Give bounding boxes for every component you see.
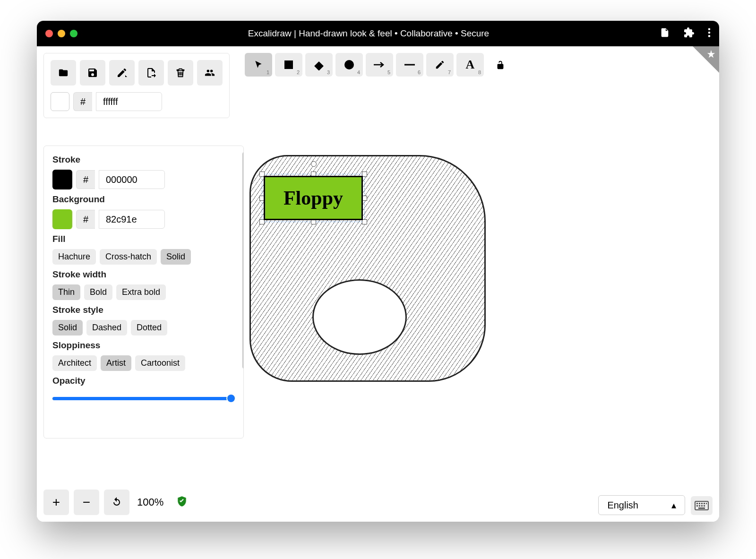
tool-num: 1 [266,69,269,75]
properties-panel: Stroke # Background # Fill Hachure Cross… [43,146,244,439]
stroke-style-options: Solid Dashed Dotted [52,320,235,335]
svg-point-2 [708,35,711,37]
fill-solid[interactable]: Solid [161,249,191,265]
svg-rect-8 [696,503,698,504]
stroke-style-label: Stroke style [52,305,235,315]
sl-artist[interactable]: Artist [101,355,131,371]
svg-rect-17 [698,507,705,509]
selected-rectangle[interactable]: Floppy [264,176,363,220]
minimize-window-button[interactable] [58,30,65,37]
rotate-handle[interactable] [311,161,317,167]
svg-rect-16 [704,505,705,507]
tool-num: 5 [387,69,390,75]
svg-rect-14 [699,505,700,507]
collaborate-button[interactable] [197,60,223,86]
canvas-text[interactable]: Floppy [265,177,361,219]
scrollbar[interactable] [242,152,244,369]
sloppiness-options: Architect Artist Cartoonist [52,355,235,371]
extension-icon[interactable] [683,27,695,40]
fill-label: Fill [52,234,235,244]
keyboard-shortcuts-button[interactable] [691,496,713,515]
canvas-background-row: # [51,92,223,111]
tool-num: 3 [327,69,330,75]
file-panel: # [43,53,230,118]
save-as-button[interactable] [109,60,135,86]
ss-solid[interactable]: Solid [52,320,83,335]
shape-toolbar: 1 2 3 4 5 6 7 [245,53,510,77]
canvas-bg-hex-input[interactable] [96,92,162,111]
canvas-bg-swatch[interactable] [51,92,69,111]
tool-num: 7 [448,69,451,75]
zoom-out-button[interactable]: − [74,490,99,515]
svg-rect-11 [704,503,705,504]
sw-thin[interactable]: Thin [52,284,80,300]
tool-diamond[interactable]: 3 [305,53,333,77]
tool-ellipse[interactable]: 4 [335,53,363,77]
sl-cartoonist[interactable]: Cartoonist [135,355,185,371]
drawn-ellipse-hole[interactable] [312,279,407,355]
close-window-button[interactable] [45,30,53,37]
tool-num: 4 [357,69,360,75]
background-hex-input[interactable] [99,210,165,229]
corner-peel[interactable] [693,46,719,73]
fill-crosshatch[interactable]: Cross-hatch [100,249,157,265]
tool-line[interactable]: 6 [396,53,423,77]
tool-num: 6 [418,69,421,75]
tool-text[interactable]: A 8 [456,53,484,77]
stroke-width-options: Thin Bold Extra bold [52,284,235,300]
sl-architect[interactable]: Architect [52,355,97,371]
stroke-swatch[interactable] [52,170,72,189]
fill-hachure[interactable]: Hachure [52,249,96,265]
opacity-slider[interactable] [52,394,235,403]
app-body: # 1 2 3 4 5 [37,46,719,522]
zoom-level: 100% [134,496,166,508]
window-title: Excalidraw | Hand-drawn look & feel • Co… [82,28,655,39]
svg-point-5 [344,60,354,69]
background-label: Background [52,194,235,205]
svg-rect-12 [706,503,707,504]
sw-extrabold[interactable]: Extra bold [116,284,166,300]
svg-rect-9 [699,503,700,504]
ss-dashed[interactable]: Dashed [86,320,127,335]
titlebar: Excalidraw | Hand-drawn look & feel • Co… [37,21,719,46]
language-select[interactable]: English ▴ [598,495,685,515]
save-button[interactable] [80,60,105,86]
hash-label: # [73,92,92,111]
zoom-bar: + − 100% [43,490,188,515]
clear-canvas-button[interactable] [168,60,193,86]
open-button[interactable] [51,60,76,86]
hash-label: # [76,210,95,229]
tool-selection[interactable]: 1 [245,53,272,77]
tool-num: 2 [297,69,300,75]
svg-rect-4 [314,61,324,70]
stroke-width-label: Stroke width [52,269,235,280]
maximize-window-button[interactable] [70,30,77,37]
sloppiness-label: Sloppiness [52,340,235,351]
svg-rect-15 [701,505,703,507]
stroke-label: Stroke [52,155,235,165]
app-window: Excalidraw | Hand-drawn look & feel • Co… [37,21,719,522]
svg-rect-10 [701,503,703,504]
tool-arrow[interactable]: 5 [366,53,393,77]
opacity-label: Opacity [52,376,235,386]
tool-rectangle[interactable]: 2 [275,53,302,77]
svg-rect-13 [696,505,698,507]
background-swatch[interactable] [52,209,72,229]
stroke-hex-input[interactable] [99,170,165,189]
more-icon[interactable] [708,27,711,40]
export-button[interactable] [138,60,164,86]
svg-point-0 [708,28,711,30]
tool-pencil[interactable]: 7 [426,53,454,77]
fill-options: Hachure Cross-hatch Solid [52,249,235,265]
sw-bold[interactable]: Bold [84,284,112,300]
lock-toggle[interactable] [490,59,510,70]
language-value: English [607,500,638,511]
ss-dotted[interactable]: Dotted [131,320,167,335]
tool-num: 8 [478,69,481,75]
file-icon[interactable] [660,26,670,41]
svg-point-1 [708,32,711,34]
zoom-in-button[interactable]: + [43,490,69,515]
canvas[interactable]: Floppy [249,136,519,401]
chevron-up-icon: ▴ [671,499,676,511]
zoom-reset-button[interactable] [104,490,129,515]
